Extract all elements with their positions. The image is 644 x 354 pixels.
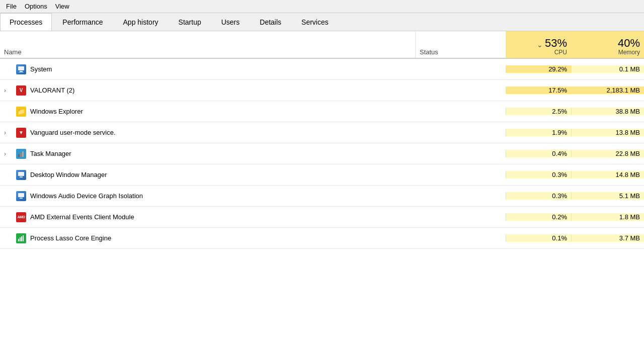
dwm-icon [16,170,26,180]
process-name-label: Windows Explorer [30,108,83,115]
svg-rect-6 [18,172,24,176]
svg-rect-4 [20,153,22,157]
table-row[interactable]: › V VALORANT (2) 17.5% 2,183.1 MB [0,80,644,101]
amd-icon: AMD [16,212,26,222]
process-name-label: VALORANT (2) [30,86,74,94]
tab-app-history[interactable]: App history [114,13,168,31]
table-header: Name Status ⌄ 53% CPU 40% Memory [0,31,644,59]
cell-cpu: 0.3% [506,171,571,179]
cell-cpu: 0.2% [506,213,571,221]
process-name-label: Windows Audio Device Graph Isolation [30,192,143,200]
svg-rect-0 [18,66,24,70]
menu-file[interactable]: File [2,2,21,11]
svg-rect-3 [18,154,20,157]
tab-performance[interactable]: Performance [53,13,112,31]
tab-startup[interactable]: Startup [169,13,211,31]
column-header-status[interactable]: Status [415,31,506,58]
table-row[interactable]: Windows Audio Device Graph Isolation 0.3… [0,186,644,207]
tab-users[interactable]: Users [212,13,250,31]
table-row[interactable]: Process Lasso Core Engine 0.1% 3.7 MB [0,228,644,249]
cell-process-name: › Task Manager [0,149,415,159]
process-table-body: System 29.2% 0.1 MB › V VALORANT (2) 17.… [0,59,644,354]
cell-memory: 5.1 MB [571,192,644,200]
task-manager-window: File Options View Processes Performance … [0,0,644,354]
column-header-name[interactable]: Name [0,31,415,58]
svg-rect-7 [20,176,23,178]
cell-cpu: 1.9% [506,129,571,136]
expand-arrow[interactable]: › [4,150,12,157]
table-row[interactable]: AMD AMD External Events Client Module 0.… [0,207,644,228]
svg-rect-9 [20,198,23,199]
valorant-icon: V [16,85,26,96]
cell-cpu: 29.2% [506,65,571,73]
svg-rect-8 [18,193,24,197]
expand-arrow[interactable]: › [4,87,12,94]
cell-cpu: 0.3% [506,192,571,200]
cell-process-name: Desktop Window Manager [0,170,415,180]
process-name-label: Task Manager [30,150,71,157]
table-row[interactable]: 📁 Windows Explorer 2.5% 38.8 MB [0,101,644,122]
table-row[interactable]: System 29.2% 0.1 MB [0,59,644,80]
cell-cpu: 0.1% [506,234,571,242]
cpu-percent: 53% [545,38,567,49]
tabs-bar: Processes Performance App history Startu… [0,13,644,31]
cell-cpu: 17.5% [506,86,571,94]
audio-icon [16,191,26,201]
tab-details[interactable]: Details [250,13,291,31]
cell-process-name: › ▼ Vanguard user-mode service. [0,128,415,138]
svg-rect-2 [19,72,24,72]
cell-process-name: System [0,64,415,74]
svg-rect-11 [20,237,21,241]
cell-cpu: 0.4% [506,150,571,157]
svg-rect-5 [22,151,24,157]
cell-process-name: 📁 Windows Explorer [0,107,415,117]
cell-memory: 0.1 MB [571,65,644,73]
cell-memory: 38.8 MB [571,108,644,115]
table-row[interactable]: › ▼ Vanguard user-mode service. 1.9% 13.… [0,122,644,143]
tab-services[interactable]: Services [292,13,338,31]
menu-view[interactable]: View [51,2,73,11]
cell-process-name: › V VALORANT (2) [0,85,415,96]
process-name-label: AMD External Events Client Module [30,213,134,221]
svg-rect-13 [23,235,24,241]
lasso-icon [16,233,26,243]
svg-rect-10 [18,239,19,241]
cell-memory: 22.8 MB [571,150,644,157]
column-header-cpu[interactable]: ⌄ 53% CPU [506,31,571,58]
content-area: Name Status ⌄ 53% CPU 40% Memory [0,31,644,354]
menu-options[interactable]: Options [21,2,51,11]
cell-memory: 3.7 MB [571,234,644,242]
cell-memory: 1.8 MB [571,213,644,221]
process-name-label: Vanguard user-mode service. [30,129,116,136]
expand-arrow[interactable]: › [4,129,12,136]
system-icon [16,64,26,74]
explorer-icon: 📁 [16,107,26,117]
menu-bar: File Options View [0,0,644,13]
vanguard-icon: ▼ [16,128,26,138]
svg-rect-1 [20,71,23,72]
column-header-memory[interactable]: 40% Memory [571,31,644,58]
table-row[interactable]: › Task Manager 0.4% 22.8 MB [0,143,644,164]
tab-processes[interactable]: Processes [0,13,52,31]
memory-percent: 40% [618,38,640,49]
cell-memory: 2,183.1 MB [571,86,644,94]
cell-cpu: 2.5% [506,108,571,115]
cell-memory: 14.8 MB [571,171,644,179]
cell-memory: 13.8 MB [571,129,644,136]
cell-process-name: Process Lasso Core Engine [0,233,415,243]
sort-arrow-icon: ⌄ [537,41,543,49]
process-name-label: Process Lasso Core Engine [30,234,111,242]
table-row[interactable]: Desktop Window Manager 0.3% 14.8 MB [0,164,644,186]
process-name-label: Desktop Window Manager [30,171,107,179]
cell-process-name: AMD AMD External Events Client Module [0,212,415,222]
taskmanager-icon [16,149,26,159]
svg-rect-12 [21,236,22,241]
process-name-label: System [30,65,52,73]
cell-process-name: Windows Audio Device Graph Isolation [0,191,415,201]
